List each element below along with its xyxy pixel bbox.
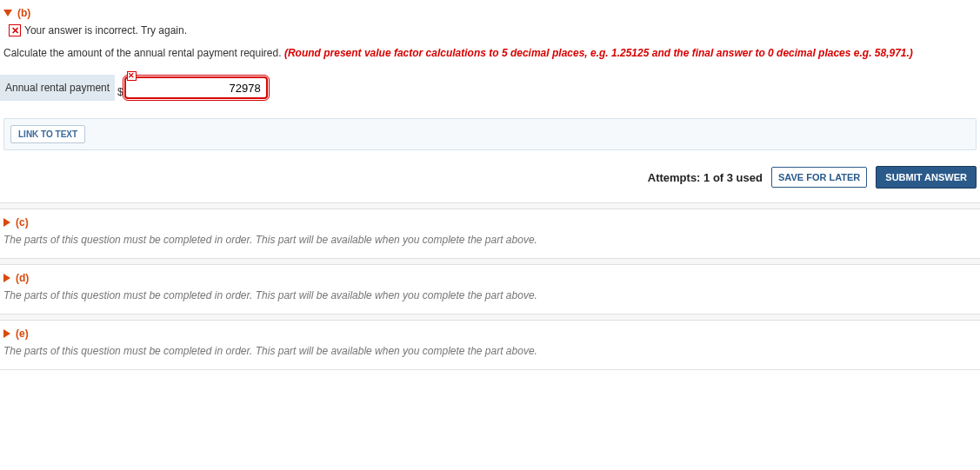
input-incorrect-icon: ✕ — [127, 71, 137, 81]
chevron-right-icon — [3, 274, 10, 282]
link-panel: LINK TO TEXT — [3, 118, 977, 150]
attempts-row: Attempts: 1 of 3 used SAVE FOR LATER SUB… — [0, 157, 980, 202]
save-for-later-button[interactable]: SAVE FOR LATER — [771, 167, 867, 188]
part-c-locked-message: The parts of this question must be compl… — [0, 234, 980, 258]
part-e-header[interactable]: (e) — [0, 321, 980, 345]
divider — [0, 202, 980, 209]
incorrect-icon: ✕ — [9, 24, 21, 36]
answer-label: Annual rental payment — [0, 75, 115, 101]
part-e-locked-message: The parts of this question must be compl… — [0, 345, 980, 369]
part-c-label: (c) — [16, 216, 29, 228]
part-b-label: (b) — [17, 7, 30, 19]
attempts-text: Attempts: 1 of 3 used — [648, 171, 763, 184]
annual-rental-input[interactable] — [124, 76, 268, 99]
rounding-hint: (Round present value factor calculations… — [284, 47, 913, 59]
feedback-text: Your answer is incorrect. Try again. — [24, 24, 187, 36]
question-prefix: Calculate the amount of the annual renta… — [3, 47, 282, 59]
part-e-label: (e) — [16, 328, 29, 340]
question-text: Calculate the amount of the annual renta… — [0, 45, 980, 70]
feedback-row: ✕ Your answer is incorrect. Try again. — [0, 24, 980, 45]
divider — [0, 369, 980, 370]
part-c-header[interactable]: (c) — [0, 209, 980, 234]
part-b-header[interactable]: (b) — [0, 0, 980, 24]
submit-answer-button[interactable]: SUBMIT ANSWER — [876, 166, 977, 189]
divider — [0, 314, 980, 321]
chevron-right-icon — [3, 329, 10, 338]
part-d-header[interactable]: (d) — [0, 265, 980, 289]
currency-symbol: $ — [117, 86, 124, 98]
answer-row: Annual rental payment $ ✕ — [0, 70, 980, 106]
link-to-text-button[interactable]: LINK TO TEXT — [10, 125, 85, 143]
input-wrapper: $ ✕ — [117, 76, 268, 99]
part-d-locked-message: The parts of this question must be compl… — [0, 289, 980, 314]
divider — [0, 258, 980, 265]
part-d-label: (d) — [16, 272, 29, 284]
chevron-right-icon — [3, 218, 10, 227]
chevron-down-icon — [3, 10, 12, 17]
